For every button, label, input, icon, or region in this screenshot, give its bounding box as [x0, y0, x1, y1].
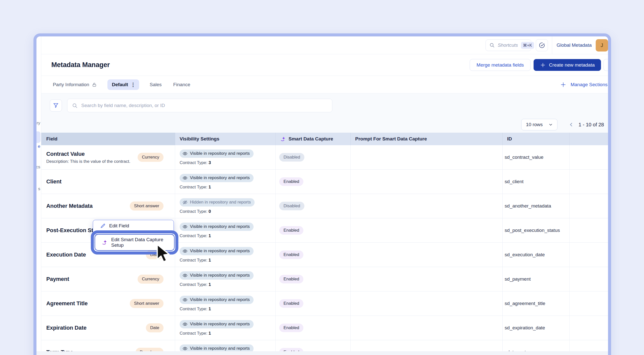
column-header-smart-capture: Smart Data Capture [276, 133, 351, 145]
visibility-cell: Visible in repository and reports Contra… [175, 316, 276, 340]
contract-type-label: Contract Type: [180, 209, 207, 214]
table-row[interactable]: Contract Value Description: This is the … [41, 145, 608, 170]
field-cell: Expiration Date Date [41, 316, 175, 340]
column-header-visibility: Visibility Settings [175, 133, 276, 145]
contract-type-count: 1 [209, 185, 211, 189]
visibility-text: Hidden in repository and reports [190, 200, 251, 205]
id-cell: sd_another_metadata [503, 194, 570, 218]
window-bottom-strip [36, 351, 608, 355]
chevron-down-icon [548, 122, 553, 127]
field-search [67, 99, 332, 112]
contract-type-label: Contract Type: [180, 160, 207, 165]
contract-type-line: Contract Type: 1 [180, 233, 211, 238]
visibility-text: Visible in repository and reports [190, 224, 250, 229]
visibility-pill: Visible in repository and reports [180, 149, 254, 158]
section-tabs: Party Information Default ⋮ Sales Financ… [41, 76, 608, 93]
tasks-button[interactable] [536, 39, 548, 51]
visibility-cell: Visible in repository and reports Contra… [175, 243, 276, 267]
contract-type-label: Contract Type: [180, 258, 207, 263]
smart-capture-cell: Enabled [276, 291, 351, 316]
field-type-badge: Currency [138, 275, 164, 284]
create-new-metadata-button[interactable]: Create new metadata [534, 59, 601, 71]
kebab-menu-icon[interactable]: ⋮ [131, 82, 136, 87]
background-app-sliver: ry e cs s [36, 36, 41, 355]
column-header-field: Field [41, 133, 175, 145]
shortcuts-search[interactable]: Shortcuts ⌘+K [486, 39, 531, 51]
prompt-cell [351, 145, 503, 169]
id-cell: sd_execution_date [503, 243, 570, 267]
table-row[interactable]: Client Visible in repository and reports [41, 170, 608, 194]
table-row[interactable]: Payment Currency Visible in repository a… [41, 267, 608, 291]
field-cell: Contract Value Description: This is the … [41, 145, 175, 169]
edit-field-menu-item[interactable]: Edit Field [93, 220, 174, 229]
actions-cell [570, 145, 608, 169]
contract-type-count: 1 [209, 282, 211, 287]
metadata-manager-window: ry e cs s Shortcuts ⌘+K [33, 33, 611, 355]
smart-capture-cell: Enabled [276, 243, 351, 267]
field-type-badge: Short answer [130, 299, 164, 308]
table-row[interactable]: Another Metadata Short answer Hidden in … [41, 194, 608, 218]
actions-cell [570, 291, 608, 316]
field-cell: Agreement Title Short answer [41, 291, 175, 316]
smart-capture-status-badge: Enabled [279, 299, 303, 308]
contract-type-line: Contract Type: 1 [180, 307, 211, 312]
mouse-cursor [154, 243, 172, 264]
actions-cell [570, 243, 608, 267]
prompt-cell [351, 316, 503, 340]
smart-capture-status-badge: Disabled [279, 202, 304, 210]
id-cell: sd_contract_value [503, 145, 570, 169]
id-cell: sd_client [503, 170, 570, 194]
previous-page-button[interactable] [569, 122, 574, 127]
smart-capture-status-badge: Enabled [279, 250, 303, 259]
tab-default[interactable]: Default ⋮ [107, 79, 139, 90]
manage-sections-link[interactable]: Manage Sections [560, 81, 608, 88]
actions-cell [570, 194, 608, 218]
visibility-text: Visible in repository and reports [190, 322, 250, 327]
visibility-pill: Visible in repository and reports [180, 271, 254, 280]
tab-sales[interactable]: Sales [149, 79, 163, 90]
field-name: Expiration Date [46, 325, 146, 331]
clipped-button[interactable] [603, 59, 608, 71]
tab-finance[interactable]: Finance [172, 79, 191, 90]
smart-capture-cell: Enabled [276, 267, 351, 291]
prompt-cell [351, 243, 503, 267]
prompt-cell [351, 218, 503, 242]
metadata-manager-panel: Shortcuts ⌘+K Global Metadata J Metadata… [41, 36, 608, 355]
sidebar-active-pill-fragment [36, 131, 41, 143]
smart-capture-cell: Enabled [276, 170, 351, 194]
contract-type-count: 1 [209, 233, 211, 238]
global-metadata-link[interactable]: Global Metadata [557, 42, 592, 48]
field-name: Payment [46, 276, 138, 282]
id-cell: sd_agreement_title [503, 291, 570, 316]
rows-per-page-select[interactable]: 10 rows [521, 119, 557, 130]
avatar[interactable]: J [596, 39, 608, 52]
visibility-cell: Hidden in repository and reports Contrac… [175, 194, 276, 218]
shortcut-key-badge: ⌘+K [521, 42, 534, 49]
smart-capture-status-badge: Enabled [279, 226, 303, 235]
tab-party-information[interactable]: Party Information [52, 79, 98, 90]
smart-capture-cell: Enabled [276, 316, 351, 340]
field-name: Agreement Title [46, 300, 130, 307]
filter-button[interactable] [50, 99, 62, 112]
smart-capture-status-badge: Enabled [279, 177, 303, 186]
table-row[interactable]: Agreement Title Short answer Visible in … [41, 291, 608, 316]
prompt-cell [351, 291, 503, 316]
search-input[interactable] [81, 103, 328, 108]
sidebar-fragment: ry [37, 121, 40, 126]
contract-type-count: 0 [209, 209, 211, 214]
smart-capture-cell: Disabled [276, 194, 351, 218]
table-row[interactable]: Expiration Date Date Visible in reposito… [41, 316, 608, 340]
merge-metadata-fields-button[interactable]: Merge metadata fields [470, 59, 531, 71]
contract-type-label: Contract Type: [180, 282, 207, 287]
table-header-row: Field Visibility Settings Smart Data Cap… [41, 133, 608, 145]
field-name: Another Metadata [46, 203, 130, 209]
eye-icon [182, 224, 188, 229]
sidebar-fragment: cs [36, 165, 40, 170]
field-type-badge: Date [146, 323, 164, 332]
table-controls: 10 rows 1 - 10 of 28 [41, 119, 604, 130]
visibility-text: Visible in repository and reports [190, 248, 250, 253]
search-row [41, 93, 608, 112]
visibility-pill: Visible in repository and reports [180, 223, 254, 231]
contract-type-line: Contract Type: 3 [180, 160, 211, 165]
search-icon [489, 42, 495, 48]
